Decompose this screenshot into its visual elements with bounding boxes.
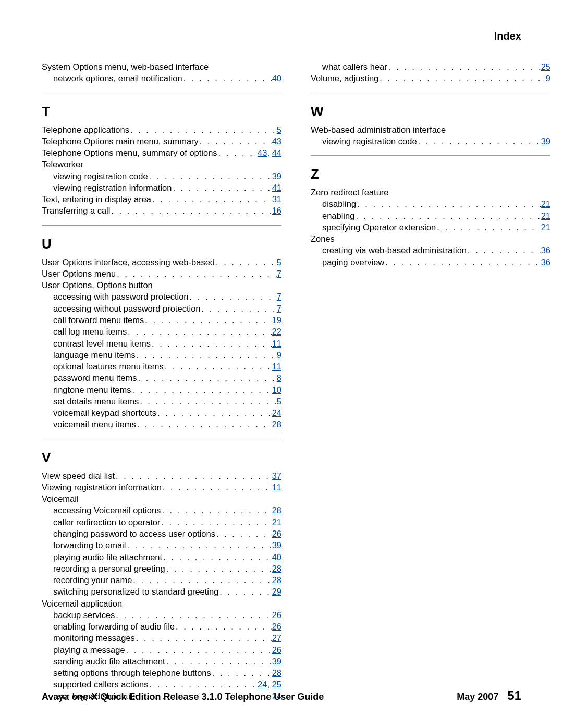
page-link[interactable]: 21: [541, 223, 550, 232]
entry-pages: 25: [541, 61, 550, 72]
page-link[interactable]: 31: [272, 194, 282, 204]
leader-dots: . . . . . . . . . . . . . . . . . . . . …: [136, 418, 272, 430]
index-entry: Text, entering in display area . . . . .…: [42, 193, 282, 205]
page-link[interactable]: 43: [258, 148, 267, 157]
page-link[interactable]: 22: [272, 327, 282, 336]
leader-dots: . . . . . . . . . . . . . . . . . . . . …: [182, 72, 272, 84]
index-entry: setting options through telephone button…: [42, 667, 282, 678]
page-link[interactable]: 26: [272, 645, 282, 655]
page-link[interactable]: 28: [272, 668, 282, 677]
page-link[interactable]: 9: [546, 73, 550, 83]
page-link[interactable]: 11: [272, 362, 282, 371]
page-link[interactable]: 26: [272, 529, 282, 538]
leader-dots: . . . . . . . . . . . . . . . . . . . . …: [211, 667, 272, 678]
page-link[interactable]: 28: [272, 564, 282, 573]
section-rule: [42, 439, 282, 439]
entry-label: language menu items: [53, 349, 136, 361]
leader-dots: . . . . . . . . . . . . . . . . . . . . …: [156, 407, 272, 418]
entry-label: accessing without password protection: [53, 303, 200, 314]
page-link[interactable]: 26: [272, 622, 282, 631]
page-link[interactable]: 5: [277, 125, 282, 134]
index-entry: User Options interface, accessing web-ba…: [42, 256, 282, 268]
index-entry: ringtone menu items . . . . . . . . . . …: [42, 384, 282, 396]
index-heading: User Options, Options button: [42, 279, 282, 291]
section-letter: V: [42, 450, 282, 466]
entry-label: voicemail keypad shortcuts: [53, 407, 156, 418]
entry-label: ringtone menu items: [53, 384, 131, 396]
entry-label: playing audio file attachment: [53, 551, 162, 563]
entry-label: viewing registration code: [53, 170, 148, 182]
page-link[interactable]: 7: [277, 292, 282, 301]
entry-label: monitoring messages: [53, 632, 135, 644]
index-entry: monitoring messages . . . . . . . . . . …: [42, 632, 282, 644]
entry-pages: 21: [272, 516, 282, 528]
page-link[interactable]: 10: [272, 385, 282, 394]
section-letter: T: [42, 104, 282, 120]
page-link[interactable]: 9: [277, 350, 282, 360]
index-entry: viewing registration code . . . . . . . …: [311, 135, 550, 147]
page-link[interactable]: 11: [272, 339, 282, 348]
entry-pages: 7: [277, 291, 282, 302]
page-link[interactable]: 44: [272, 148, 282, 157]
leader-dots: . . . . . . . . . . . . . . . . . . . . …: [116, 268, 277, 279]
page-link[interactable]: 25: [541, 62, 550, 71]
entry-pages: 39: [541, 135, 550, 147]
page-link[interactable]: 39: [272, 657, 282, 666]
page-link[interactable]: 21: [541, 211, 550, 220]
index-entry: enabling . . . . . . . . . . . . . . . .…: [311, 210, 550, 221]
page-link[interactable]: 43: [272, 137, 282, 146]
page-link[interactable]: 7: [277, 304, 282, 313]
leader-dots: . . . . . . . . . . . . . . . . . . . . …: [151, 193, 272, 205]
page-link[interactable]: 16: [272, 206, 282, 215]
index-heading: Zones: [311, 233, 550, 244]
page-link[interactable]: 39: [541, 137, 550, 146]
leader-dots: . . . . . . . . . . . . . . . . . . . . …: [160, 516, 272, 528]
leader-dots: . . . . . . . . . . . . . . . . . . . . …: [199, 135, 272, 147]
page-link[interactable]: 37: [272, 471, 282, 480]
page-link[interactable]: 5: [277, 397, 282, 406]
entry-pages: 28: [272, 667, 282, 678]
index-entry: recording a personal greeting . . . . . …: [42, 563, 282, 574]
page-link[interactable]: 40: [272, 73, 282, 83]
page-link[interactable]: 11: [272, 483, 282, 492]
page-link[interactable]: 39: [272, 171, 282, 181]
entry-label: switching personalized to standard greet…: [53, 586, 218, 597]
page-link[interactable]: 36: [541, 257, 550, 267]
index-entry: caller redirection to operator . . . . .…: [42, 516, 282, 528]
page-link[interactable]: 21: [541, 199, 550, 208]
entry-pages: 11: [272, 482, 282, 493]
page-link[interactable]: 26: [272, 610, 282, 620]
page-link[interactable]: 24: [258, 680, 267, 689]
entry-pages: 37: [272, 470, 282, 482]
page-link[interactable]: 5: [277, 257, 282, 267]
page-link[interactable]: 24: [272, 408, 282, 417]
page-link[interactable]: 28: [272, 575, 282, 585]
leader-dots: . . . . . . . . . . . . . . . . . . . . …: [384, 256, 541, 268]
page-link[interactable]: 25: [272, 680, 282, 689]
page-link[interactable]: 7: [277, 269, 282, 278]
entry-label: Web-based administration interface: [311, 124, 446, 135]
page-link[interactable]: 28: [272, 419, 282, 429]
page-link[interactable]: 29: [272, 587, 282, 596]
index-entry: voicemail keypad shortcuts . . . . . . .…: [42, 407, 282, 418]
index-entry: playing a message . . . . . . . . . . . …: [42, 644, 282, 656]
page-link[interactable]: 28: [272, 505, 282, 515]
leader-dots: . . . . . . . . . . . . . . . . . . . . …: [161, 504, 272, 516]
page-link[interactable]: 27: [272, 633, 282, 643]
page-link[interactable]: 36: [541, 245, 550, 255]
page-link[interactable]: 40: [272, 552, 282, 562]
entry-pages: 28: [272, 418, 282, 430]
entry-pages: 36: [541, 256, 550, 268]
page: Index System Options menu, web-based int…: [0, 0, 563, 728]
footer-right: May 2007 51: [457, 688, 521, 703]
page-link[interactable]: 21: [272, 517, 282, 527]
entry-label: View speed dial list: [42, 470, 115, 482]
leader-dots: . . . . . . . . . . . . . . . . . . . . …: [136, 349, 277, 361]
page-link[interactable]: 39: [272, 540, 282, 550]
page-link[interactable]: 41: [272, 183, 282, 192]
page-link[interactable]: 8: [277, 373, 282, 382]
page-link[interactable]: 19: [272, 315, 282, 325]
entry-pages: 21: [541, 221, 550, 233]
entry-label: Volume, adjusting: [311, 72, 378, 84]
index-entry: language menu items . . . . . . . . . . …: [42, 349, 282, 361]
